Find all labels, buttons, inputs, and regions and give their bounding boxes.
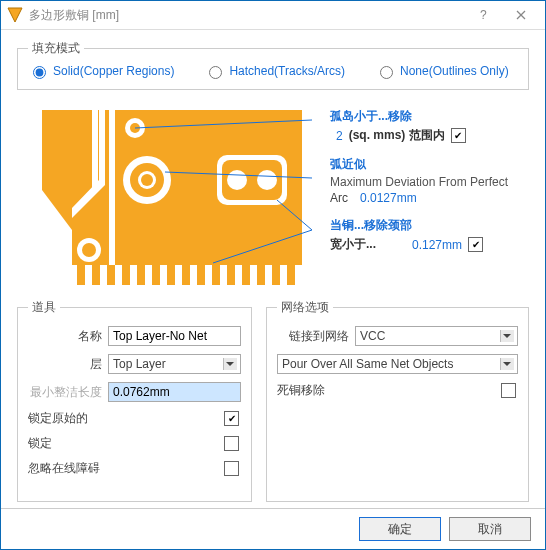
fill-mode-solid[interactable]: Solid(Copper Regions) [28,63,174,79]
ignore-label: 忽略在线障碍 [28,460,100,477]
svg-point-29 [227,170,247,190]
dead-label: 死铜移除 [277,382,325,399]
cancel-button[interactable]: 取消 [449,517,531,541]
radio-hatched-label: Hatched(Tracks/Arcs) [229,64,345,78]
fill-mode-row: Solid(Copper Regions) Hatched(Tracks/Arc… [28,63,518,79]
connect-select[interactable]: VCC [355,326,518,346]
props-group: 道具 名称 层 Top Layer 最小整洁长度 [17,299,252,502]
svg-point-30 [257,170,277,190]
svg-rect-10 [167,265,175,285]
layer-select[interactable]: Top Layer [108,354,241,374]
svg-rect-4 [77,265,85,285]
layer-select-value: Top Layer [113,357,166,371]
layer-label: 层 [28,356,102,373]
svg-text:?: ? [480,9,487,21]
connect-label: 链接到网络 [277,328,349,345]
lock-label: 锁定 [28,435,52,452]
svg-rect-20 [109,110,115,265]
island-value: 2 [336,129,343,143]
svg-rect-11 [182,265,190,285]
chevron-down-icon [503,334,511,338]
svg-rect-6 [107,265,115,285]
fill-mode-hatched[interactable]: Hatched(Tracks/Arcs) [204,63,345,79]
arc-sub2-prefix: Arc [330,191,348,205]
svg-rect-12 [197,265,205,285]
ignore-checkbox[interactable] [224,461,239,476]
dialog-window: 多边形敷铜 [mm] ? 填充模式 Solid(Copper Regions) … [0,0,546,550]
svg-rect-17 [272,265,280,285]
body: 填充模式 Solid(Copper Regions) Hatched(Track… [1,30,545,508]
neck-checkbox[interactable] [468,237,483,252]
lock-orig-label: 锁定原始的 [28,410,88,427]
app-icon [7,7,23,23]
preview-row: 孤岛小于...移除 2 (sq. mms) 范围内 弧近似 Maximum De… [17,100,529,285]
svg-rect-14 [227,265,235,285]
lock-checkbox[interactable] [224,436,239,451]
ok-button-label: 确定 [388,521,412,538]
pour-select-value: Pour Over All Same Net Objects [282,357,453,371]
svg-rect-15 [242,265,250,285]
island-title: 孤岛小于...移除 [330,108,529,125]
footer: 确定 取消 [1,508,545,549]
svg-rect-9 [152,265,160,285]
fill-mode-group: 填充模式 Solid(Copper Regions) Hatched(Track… [17,40,529,90]
neck-value: 0.127mm [412,238,462,252]
svg-marker-0 [8,8,22,22]
dead-checkbox[interactable] [501,383,516,398]
pour-select[interactable]: Pour Over All Same Net Objects [277,354,518,374]
minlen-label: 最小整洁长度 [28,384,102,401]
name-label: 名称 [28,328,102,345]
svg-point-32 [82,243,96,257]
island-block: 孤岛小于...移除 2 (sq. mms) 范围内 [330,108,529,144]
connect-select-value: VCC [360,329,385,343]
svg-rect-18 [287,265,295,285]
window-title: 多边形敷铜 [mm] [29,7,467,24]
svg-rect-13 [212,265,220,285]
arc-block: 弧近似 Maximum Deviation From Perfect Arc 0… [330,156,529,205]
radio-solid[interactable] [33,66,46,79]
props-legend: 道具 [28,299,60,316]
neck-block: 当铜...移除颈部 宽小于... 0.127mm [330,217,529,253]
svg-rect-8 [137,265,145,285]
minlen-input[interactable] [108,382,241,402]
cancel-button-label: 取消 [478,521,502,538]
svg-rect-16 [257,265,265,285]
arc-value: 0.0127mm [360,191,417,205]
svg-rect-7 [122,265,130,285]
radio-none[interactable] [380,66,393,79]
svg-rect-5 [92,265,100,285]
radio-none-label: None(Outlines Only) [400,64,509,78]
chevron-down-icon [503,362,511,366]
net-legend: 网络选项 [277,299,333,316]
island-checkbox[interactable] [451,128,466,143]
neck-title: 当铜...移除颈部 [330,217,529,234]
arc-sub1: Maximum Deviation From Perfect [330,175,529,189]
island-unit: (sq. mms) 范围内 [349,127,445,144]
svg-rect-19 [92,110,98,190]
ok-button[interactable]: 确定 [359,517,441,541]
net-group: 网络选项 链接到网络 VCC Pour Over All Same Net Ob… [266,299,529,502]
chevron-down-icon [226,362,234,366]
arc-title: 弧近似 [330,156,529,173]
titlebar: 多边形敷铜 [mm] ? [1,1,545,30]
pcb-preview-illustration [17,100,312,285]
groups-row: 道具 名称 层 Top Layer 最小整洁长度 [17,299,529,502]
radio-solid-label: Solid(Copper Regions) [53,64,174,78]
lock-orig-checkbox[interactable] [224,411,239,426]
help-button[interactable]: ? [467,4,503,26]
fill-mode-none[interactable]: None(Outlines Only) [375,63,509,79]
name-input[interactable] [108,326,241,346]
neck-sublabel: 宽小于... [330,236,376,253]
radio-hatched[interactable] [209,66,222,79]
svg-point-24 [141,174,153,186]
close-button[interactable] [503,4,539,26]
preview-side-info: 孤岛小于...移除 2 (sq. mms) 范围内 弧近似 Maximum De… [330,100,529,265]
fill-mode-legend: 填充模式 [28,40,84,57]
